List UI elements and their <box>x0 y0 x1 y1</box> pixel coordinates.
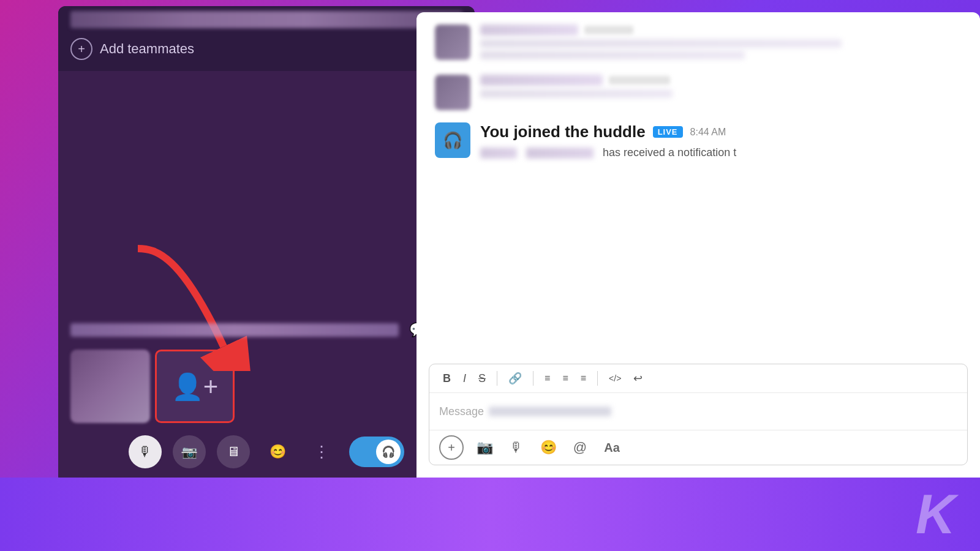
panel-top: + Add teammates <box>58 6 475 71</box>
indent-button[interactable]: ≡ <box>577 370 590 386</box>
live-badge: LIVE <box>653 126 683 138</box>
participant-name-blur <box>70 323 399 337</box>
unordered-list-button[interactable]: ≡ <box>559 370 571 386</box>
bold-button[interactable]: B <box>439 370 454 388</box>
huddle-controls-row: 🎙 📷 🖥 😊 ⋮ 🎧 <box>58 429 475 478</box>
ordered-list-button[interactable]: ≡ <box>541 370 554 386</box>
add-person-icon: 👤+ <box>172 372 219 402</box>
sender-name-blur <box>480 24 578 36</box>
participant-videos-row: 👤+ <box>58 350 475 429</box>
channel-name-blur <box>489 407 611 416</box>
link-button[interactable]: 🔗 <box>505 369 526 388</box>
blurred-header-bar <box>70 11 462 28</box>
message-row <box>435 24 962 62</box>
blurred-word-1 <box>480 148 517 159</box>
k-letter: K <box>916 487 956 542</box>
add-teammates-row: + Add teammates <box>58 33 475 65</box>
message-row <box>435 75 962 110</box>
huddle-toggle-knob: 🎧 <box>376 440 401 464</box>
code-button[interactable]: </> <box>605 371 625 386</box>
blurred-word-2 <box>526 148 594 159</box>
camera-off-button[interactable]: 📷 <box>173 435 206 468</box>
message-placeholder: Message <box>439 405 484 418</box>
toolbar-divider-3 <box>597 371 598 386</box>
huddle-message-header: You joined the huddle LIVE 8:44 AM <box>480 122 962 141</box>
timestamp-blur <box>609 76 670 84</box>
more-options-button[interactable]: ⋮ <box>305 435 338 468</box>
mute-button[interactable]: 🎙 <box>129 435 162 468</box>
timestamp-blur <box>584 26 633 34</box>
message-content <box>480 24 962 62</box>
toolbar-divider-1 <box>497 371 497 386</box>
participant-video-thumb <box>70 350 150 423</box>
add-teammates-label: Add teammates <box>100 41 194 57</box>
huddle-subtext: has received a notification t <box>480 146 962 159</box>
plus-symbol: + <box>78 42 85 56</box>
huddle-toggle[interactable]: 🎧 <box>349 437 404 467</box>
formatting-button[interactable]: Aa <box>601 437 623 459</box>
message-header <box>480 75 962 86</box>
huddle-joined-message: 🎧 You joined the huddle LIVE 8:44 AM has… <box>435 122 962 159</box>
huddle-subtext-text: has received a notification t <box>600 146 736 159</box>
attach-button[interactable]: + <box>439 435 464 460</box>
headphones-icon: 🎧 <box>443 131 462 150</box>
video-thumbnails-row: 💬 ⬛ <box>58 317 475 350</box>
message-content <box>480 75 962 101</box>
emoji-icon: 😊 <box>270 444 286 460</box>
emoji-button[interactable]: 😊 <box>537 437 559 459</box>
plus-circle-icon[interactable]: + <box>70 38 92 60</box>
undo-button[interactable]: ↩ <box>630 369 646 388</box>
screen-icon: 🖥 <box>227 444 240 460</box>
message-input-area[interactable]: Message <box>429 393 967 430</box>
huddle-joined-title: You joined the huddle <box>480 122 646 141</box>
message-text-blur-2 <box>480 51 745 59</box>
bottom-bar: K <box>0 478 980 551</box>
sender-name-blur <box>480 75 603 86</box>
camera-off-icon: 📷 <box>182 444 197 459</box>
audio-button[interactable]: 🎙 <box>505 437 527 459</box>
huddle-main-area: 💬 ⬛ 👤+ 🎙 📷 🖥 😊 ⋮ <box>58 71 475 484</box>
huddle-message-content: You joined the huddle LIVE 8:44 AM has r… <box>480 122 962 159</box>
huddle-avatar: 🎧 <box>435 122 470 158</box>
italic-button[interactable]: I <box>459 370 470 388</box>
composer-actions: + 📷 🎙 😊 @ Aa <box>429 430 967 465</box>
message-header <box>480 24 962 36</box>
ellipsis-icon: ⋮ <box>314 443 330 462</box>
screen-share-button[interactable]: 🖥 <box>217 435 250 468</box>
video-button[interactable]: 📷 <box>473 437 496 459</box>
strikethrough-button[interactable]: S <box>475 370 489 388</box>
message-text-blur <box>480 39 842 48</box>
avatar <box>435 75 470 110</box>
chat-messages-area: 🎧 You joined the huddle LIVE 8:44 AM has… <box>417 12 980 358</box>
message-composer: B I S 🔗 ≡ ≡ ≡ </> ↩ Message + 📷 🎙 😊 @ Aa <box>429 364 968 465</box>
huddle-timestamp: 8:44 AM <box>690 127 726 138</box>
composer-toolbar: B I S 🔗 ≡ ≡ ≡ </> ↩ <box>429 364 967 393</box>
right-chat-panel: 🎧 You joined the huddle LIVE 8:44 AM has… <box>417 12 980 478</box>
message-text-blur-3 <box>480 89 673 98</box>
mention-button[interactable]: @ <box>569 437 591 459</box>
headphones-icon: 🎧 <box>382 445 395 459</box>
avatar <box>435 24 470 60</box>
left-huddle-panel: + Add teammates 💬 ⬛ 👤+ <box>58 6 475 484</box>
emoji-reaction-button[interactable]: 😊 <box>261 435 294 468</box>
toolbar-divider-2 <box>533 371 533 386</box>
invite-participant-button[interactable]: 👤+ <box>155 350 235 423</box>
